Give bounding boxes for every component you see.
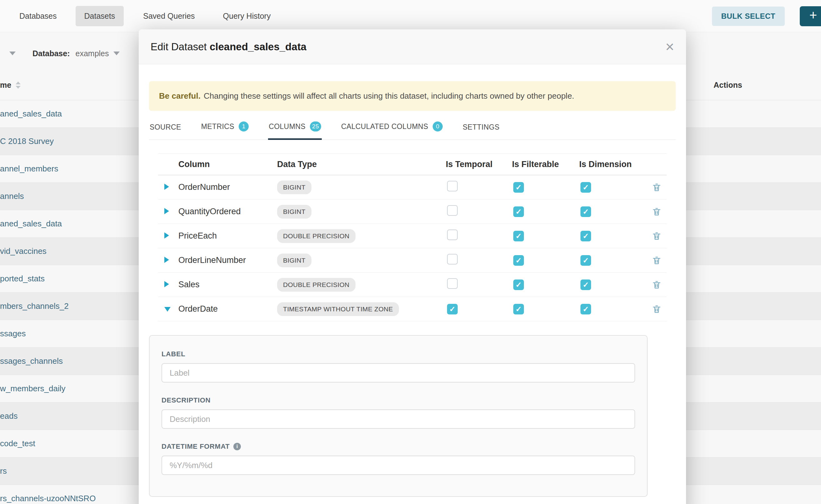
sort-icon[interactable] xyxy=(16,82,21,89)
is-dimension-cell xyxy=(579,304,649,314)
delete-column-button[interactable] xyxy=(652,255,667,265)
is-dimension-checkbox[interactable] xyxy=(581,255,591,266)
datetime-format-input[interactable] xyxy=(161,456,635,475)
is-temporal-checkbox[interactable] xyxy=(447,205,458,216)
nav-item[interactable]: Query History xyxy=(214,6,279,26)
tab-label: METRICS xyxy=(201,122,234,131)
delete-column-button[interactable] xyxy=(652,304,667,314)
name-header-label: me xyxy=(0,81,11,90)
is-temporal-cell xyxy=(446,205,512,218)
dataset-link[interactable]: rs xyxy=(0,466,7,476)
dataset-link[interactable]: ssages xyxy=(0,329,26,338)
is-dimension-checkbox[interactable] xyxy=(581,279,591,290)
column-name: OrderLineNumber xyxy=(178,255,277,265)
is-filterable-checkbox[interactable] xyxy=(513,255,524,266)
expand-toggle[interactable] xyxy=(158,255,178,265)
warning-banner: Be careful. Changing these settings will… xyxy=(149,81,676,111)
nav-actions: BULK SELECT + xyxy=(712,0,821,32)
header-data-type: Data Type xyxy=(277,160,446,169)
dataset-link[interactable]: mbers_channels_2 xyxy=(0,301,69,311)
caret-icon xyxy=(164,184,169,190)
chevron-down-icon[interactable] xyxy=(9,52,16,55)
close-icon[interactable]: × xyxy=(665,39,674,54)
modal-tabs: SOURCE METRICS 1 COLUMNS 25 CALCULATED C… xyxy=(149,117,676,140)
delete-column-button[interactable] xyxy=(652,280,667,290)
name-column-header[interactable]: me xyxy=(0,79,21,91)
is-dimension-cell xyxy=(579,231,649,241)
sort-desc-icon xyxy=(16,86,21,89)
expand-toggle[interactable] xyxy=(158,207,178,216)
dataset-link[interactable]: w_members_daily xyxy=(0,384,66,393)
is-filterable-checkbox[interactable] xyxy=(513,182,524,193)
dataset-link[interactable]: vid_vaccines xyxy=(0,246,47,256)
delete-column-button[interactable] xyxy=(652,231,667,241)
database-filter-value[interactable]: examples xyxy=(76,49,109,58)
database-filter-label: Database: xyxy=(32,49,70,58)
column-row: OrderLineNumber BIGINT xyxy=(158,248,667,273)
expand-toggle[interactable] xyxy=(158,280,178,289)
is-temporal-cell xyxy=(446,181,512,194)
caret-icon xyxy=(164,307,171,312)
dataset-link[interactable]: ssages_channels xyxy=(0,356,63,366)
header-column: Column xyxy=(178,160,277,169)
expand-toggle[interactable] xyxy=(158,304,178,314)
data-type-cell: TIMESTAMP WITHOUT TIME ZONE xyxy=(277,302,446,316)
caret-icon xyxy=(164,208,169,214)
nav-item[interactable]: Databases xyxy=(11,6,66,26)
is-temporal-cell xyxy=(446,254,512,267)
sort-asc-icon xyxy=(16,82,21,84)
dataset-link[interactable]: aned_sales_data xyxy=(0,219,62,229)
is-filterable-checkbox[interactable] xyxy=(513,206,524,217)
dataset-link[interactable]: annel_members xyxy=(0,164,58,174)
caret-icon xyxy=(164,232,169,239)
add-dataset-button[interactable]: + xyxy=(800,6,821,26)
delete-column-button[interactable] xyxy=(652,207,667,217)
is-temporal-checkbox[interactable] xyxy=(447,230,458,240)
expand-toggle[interactable] xyxy=(158,182,178,192)
modal-tab[interactable]: SOURCE xyxy=(149,119,182,140)
info-icon[interactable] xyxy=(233,443,241,450)
is-dimension-checkbox[interactable] xyxy=(581,206,591,217)
modal-title: Edit Dataset cleaned_sales_data xyxy=(151,41,306,53)
datetime-format-field-group: DATETIME FORMAT xyxy=(161,442,635,475)
is-dimension-cell xyxy=(579,279,649,290)
column-name: PriceEach xyxy=(178,231,277,241)
modal-tab[interactable]: COLUMNS 25 xyxy=(268,117,322,140)
data-type-cell: DOUBLE PRECISION xyxy=(277,229,446,243)
is-temporal-checkbox[interactable] xyxy=(447,181,458,191)
nav-item[interactable]: Datasets xyxy=(76,6,124,26)
description-input[interactable] xyxy=(161,409,635,429)
dataset-link[interactable]: C 2018 Survey xyxy=(0,136,54,146)
dataset-link[interactable]: rs_channels-uzooNNtSRO xyxy=(0,494,96,503)
trash-icon xyxy=(652,280,662,290)
chevron-down-icon[interactable] xyxy=(113,52,120,55)
delete-column-button[interactable] xyxy=(652,182,667,192)
modal-tab[interactable]: CALCULATED COLUMNS 0 xyxy=(340,117,443,140)
expand-toggle[interactable] xyxy=(158,231,178,241)
dataset-link[interactable]: ported_stats xyxy=(0,274,45,284)
dataset-link[interactable]: aned_sales_data xyxy=(0,109,62,119)
nav-item[interactable]: Saved Queries xyxy=(134,6,203,26)
is-dimension-checkbox[interactable] xyxy=(581,231,591,241)
bulk-select-button[interactable]: BULK SELECT xyxy=(712,7,785,26)
dataset-link[interactable]: code_test xyxy=(0,439,35,448)
is-temporal-checkbox[interactable] xyxy=(447,254,458,264)
label-input[interactable] xyxy=(161,363,635,383)
is-filterable-checkbox[interactable] xyxy=(513,304,524,314)
tab-badge: 25 xyxy=(310,121,321,131)
is-filterable-checkbox[interactable] xyxy=(513,279,524,290)
dataset-link[interactable]: eads xyxy=(0,411,17,421)
is-dimension-checkbox[interactable] xyxy=(581,182,591,193)
data-type-pill: DOUBLE PRECISION xyxy=(277,229,355,243)
is-temporal-checkbox[interactable] xyxy=(447,278,458,289)
modal-tab[interactable]: METRICS 1 xyxy=(200,117,249,140)
column-name: QuantityOrdered xyxy=(178,207,277,216)
dataset-link[interactable]: annels xyxy=(0,191,24,201)
is-temporal-cell xyxy=(446,230,512,242)
is-filterable-checkbox[interactable] xyxy=(513,231,524,241)
is-dimension-checkbox[interactable] xyxy=(581,304,591,314)
trash-icon xyxy=(652,231,662,241)
modal-tab[interactable]: SETTINGS xyxy=(462,119,500,140)
is-temporal-checkbox[interactable] xyxy=(447,304,458,314)
is-filterable-cell xyxy=(512,255,579,266)
